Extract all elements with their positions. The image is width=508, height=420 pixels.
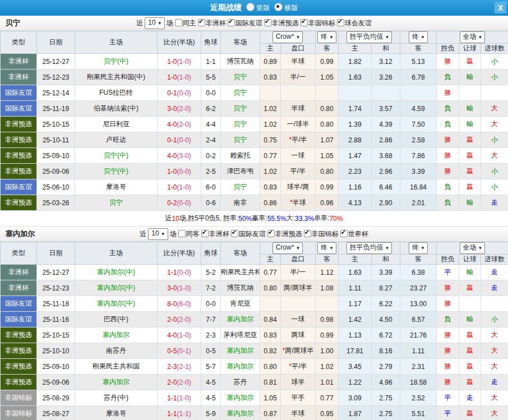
final-odds-select[interactable]: 终▼ [317,242,336,254]
competition-checkbox-3-label[interactable]: 非国锦标 [308,19,335,27]
competition-checkbox-2-label[interactable]: 非洲预选 [272,19,299,27]
mean-home-cell: 17.81 [339,343,372,359]
result-goals-cell: 小 [481,164,508,179]
result-wdl-cell: 勝 [437,54,459,70]
full-match-select[interactable]: 全场▼ [460,31,486,43]
mean-select[interactable]: 胜平负均值▼ [347,242,392,254]
odds-home-cell: 1.02 [260,117,281,132]
competition-checkbox-4-label[interactable]: 世界杯 [348,230,368,238]
result-handicap-cell: 贏 [459,327,481,343]
checkbox-icon[interactable] [175,19,182,26]
horizontal-layout-radio[interactable]: 横版 [274,3,298,13]
crow-select[interactable]: Crow*▼ [273,31,303,43]
same-venue-checkbox-label[interactable]: 同主 [183,19,196,27]
same-venue-checkbox[interactable]: 同主 [175,19,196,28]
final-mean-select[interactable]: 终▼ [409,242,428,254]
crow-select[interactable]: Crow*▼ [273,242,303,254]
radio-icon[interactable] [246,3,255,11]
date-cell: 25-10-11 [37,132,75,148]
recent-results-dialog: 近期战绩 竖版 横版 X 贝宁 近10▼场同主非洲杯国际友谊非洲预选非国锦标球会… [0,0,508,420]
result-goals-cell: 走 [481,280,508,296]
mean-draw-cell: 6.72 [372,327,400,343]
home-team-cell: 贝宁(中) [75,148,158,164]
mean-home-cell: 2.23 [339,164,372,179]
result-goals-cell: 小 [481,132,508,148]
home-team-cell: 贝宁 [75,195,158,211]
handicap-text: 半球 [292,104,305,112]
checkbox-icon[interactable] [337,19,344,26]
competition-checkbox-3-label[interactable]: 非国锦标 [312,230,339,238]
halftime-score: (0-0) [177,168,191,176]
date-cell: 25-09-10 [37,359,75,375]
final-odds-select[interactable]: 终▼ [317,31,336,43]
competition-checkbox-2-label[interactable]: 非洲预选 [275,230,302,238]
handicap-text: 一球 [292,315,305,323]
competition-checkbox-0[interactable]: 非洲杯 [198,19,226,28]
match-row: 非洲预选25-10-11卢旺达0-1(0-0)2-4贝宁0.75*平/半1.07… [1,132,508,148]
fulltime-score: 2-0 [167,379,177,386]
competition-checkbox-0[interactable]: 非洲杯 [201,229,229,239]
handicap-cell: *两/两球半 [281,343,316,359]
vertical-layout-radio[interactable]: 竖版 [246,3,270,13]
score-cell: 3-0(1-0) [158,280,201,296]
same-venue-checkbox-label[interactable]: 同客 [186,230,200,238]
odds-home-cell: 0.84 [260,312,281,327]
final-mean-select[interactable]: 终▼ [409,31,428,43]
checkbox-icon[interactable] [228,19,235,26]
date-cell: 25-10-15 [37,117,75,132]
checkbox-icon[interactable] [264,19,271,26]
fulltime-score: 3-0 [167,284,177,292]
competition-checkbox-0-label[interactable]: 非洲杯 [209,230,229,238]
competition-checkbox-1[interactable]: 国际友谊 [228,19,262,28]
same-venue-checkbox[interactable]: 同客 [178,229,200,239]
away-team-cell: 塞内加尔 [221,312,260,327]
type-cell: 非洲预选 [1,327,37,343]
competition-checkbox-1-label[interactable]: 国际友谊 [235,19,262,27]
corner-cell: 2-3 [201,327,221,343]
games-count-select[interactable]: 10▼ [148,228,168,240]
checkbox-icon[interactable] [267,230,275,237]
competition-checkbox-4-label[interactable]: 球会友谊 [345,19,372,27]
checkbox-icon[interactable] [198,19,205,26]
mean-select[interactable]: 胜平负均值▼ [347,31,392,43]
fulltime-score: 2-0 [167,316,177,324]
away-team-cell: 塞内加尔 [221,343,260,359]
competition-checkbox-3[interactable]: 非国锦标 [301,19,335,28]
checkbox-icon[interactable] [340,230,348,237]
competition-checkbox-4[interactable]: 球会友谊 [337,19,372,28]
mean-home-cell [339,85,372,101]
mean-draw-cell: 3.39 [372,265,400,280]
checkbox-icon[interactable] [178,230,186,237]
header-sub-handicap: 盘口 [281,44,316,54]
checkbox-icon[interactable] [301,19,308,26]
chevron-down-icon: ▼ [295,246,300,251]
result-handicap-cell: 贏 [459,164,481,179]
competition-checkbox-2[interactable]: 非洲预选 [264,19,299,28]
checkbox-icon[interactable] [231,230,238,237]
date-cell: 25-12-14 [37,85,75,101]
score-cell: 1-0(0-0) [158,164,201,179]
date-cell: 25-08-29 [37,390,75,406]
summary-segment: 大: [287,214,295,223]
away-team-cell: 博茨瓦纳 [221,54,260,70]
final-mean-select-cell: 终▼ [400,242,437,255]
result-handicap-cell: 輸 [459,70,481,85]
competition-checkbox-1-label[interactable]: 国际友谊 [239,230,266,238]
competition-checkbox-3[interactable]: 非国锦标 [304,229,339,239]
full-match-select[interactable]: 全场▼ [460,242,486,254]
vertical-layout-label[interactable]: 竖版 [256,4,270,12]
handicap-cell: 半/一 [281,265,316,280]
competition-checkbox-2[interactable]: 非洲预选 [267,229,302,239]
radio-checked-icon[interactable] [274,3,283,11]
checkbox-icon[interactable] [201,230,209,237]
competition-checkbox-1[interactable]: 国际友谊 [231,229,266,239]
close-icon[interactable]: X [495,2,506,13]
handicap-cell: 半球 [281,54,316,70]
checkbox-icon[interactable] [304,230,311,237]
horizontal-layout-label[interactable]: 横版 [284,4,298,12]
competition-checkbox-0-label[interactable]: 非洲杯 [206,19,226,27]
games-count-select[interactable]: 10▼ [145,17,164,29]
odds-away-cell: 0.80 [316,164,339,179]
competition-checkbox-4[interactable]: 世界杯 [340,229,368,239]
handicap-text: 一/球半 [287,120,309,128]
